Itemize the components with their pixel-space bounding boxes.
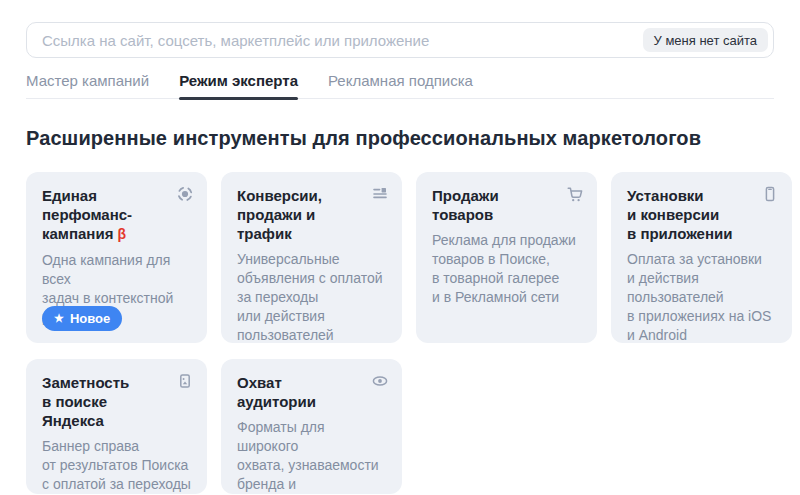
card-title: Единая перфоманс- кампанияβ <box>42 186 191 244</box>
card-title: Продажи товаров <box>432 186 581 224</box>
page-title: Расширенные инструменты для профессионал… <box>26 126 774 151</box>
tab-ad-subscription[interactable]: Рекламная подписка <box>328 71 473 98</box>
url-input-row: У меня нет сайта <box>26 22 774 58</box>
card-product-sales[interactable]: Продажи товаров Реклама для продажи това… <box>416 172 597 343</box>
phone-icon <box>761 185 779 203</box>
campaign-create-page: У меня нет сайта Мастер кампаний Режим э… <box>0 0 800 494</box>
card-unified-performance-campaign[interactable]: Единая перфоманс- кампанияβ Одна кампани… <box>26 172 207 343</box>
no-site-button[interactable]: У меня нет сайта <box>643 28 768 52</box>
card-description: Баннер справа от результатов Поиска с оп… <box>42 437 191 494</box>
focus-icon <box>176 185 194 203</box>
tab-expert-mode[interactable]: Режим эксперта <box>179 71 298 98</box>
card-audience-reach[interactable]: Охват аудитории Форматы для широкого охв… <box>221 359 402 494</box>
star-icon: ★ <box>54 313 64 324</box>
card-title: Охват аудитории <box>237 373 386 411</box>
card-description: Универсальные объявления с оплатой за пе… <box>237 250 386 345</box>
new-badge-label: Новое <box>70 311 110 326</box>
cart-icon <box>566 185 584 203</box>
card-search-visibility[interactable]: Заметность в поиске Яндекса Баннер справ… <box>26 359 207 494</box>
banner-icon <box>176 372 194 390</box>
campaign-mode-tabs: Мастер кампаний Режим эксперта Рекламная… <box>26 71 774 99</box>
text-ad-icon <box>371 185 389 203</box>
campaign-type-grid: Единая перфоманс- кампанияβ Одна кампани… <box>26 172 774 494</box>
eye-icon <box>371 372 389 390</box>
card-description: Оплата за установки и действия пользоват… <box>627 250 776 345</box>
card-title: Конверсии, продажи и трафик <box>237 186 386 243</box>
card-description: Форматы для широкого охвата, узнаваемост… <box>237 418 386 495</box>
new-badge: ★ Новое <box>42 306 122 331</box>
card-description: Реклама для продажи товаров в Поиске, в … <box>432 231 581 307</box>
card-app-installs-conversions[interactable]: Установки и конверсии в приложении Оплат… <box>611 172 792 343</box>
beta-label: β <box>117 226 126 242</box>
card-title: Заметность в поиске Яндекса <box>42 373 191 430</box>
card-title: Установки и конверсии в приложении <box>627 186 776 243</box>
tab-master-campaigns[interactable]: Мастер кампаний <box>26 71 149 98</box>
card-conversions-sales-traffic[interactable]: Конверсии, продажи и трафик Универсальны… <box>221 172 402 343</box>
